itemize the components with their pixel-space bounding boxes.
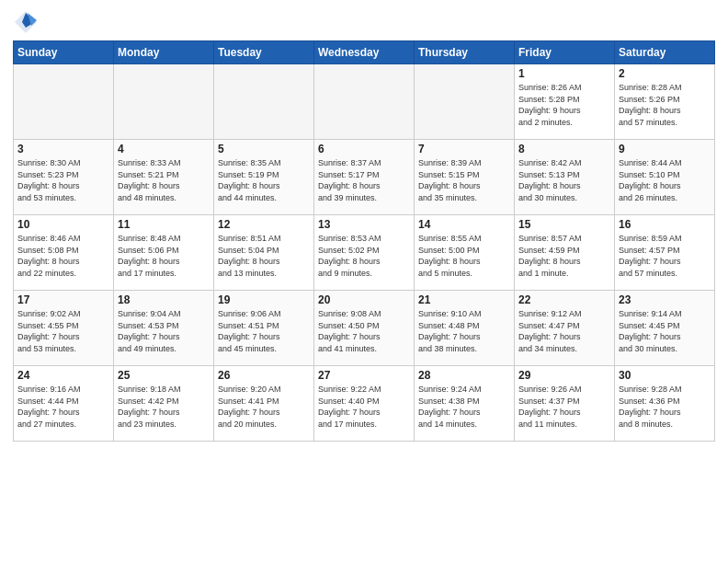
calendar-week-row: 24Sunrise: 9:16 AM Sunset: 4:44 PM Dayli… — [14, 366, 715, 442]
calendar-cell: 28Sunrise: 9:24 AM Sunset: 4:38 PM Dayli… — [415, 366, 515, 442]
calendar-cell: 4Sunrise: 8:33 AM Sunset: 5:21 PM Daylig… — [114, 140, 214, 215]
calendar-cell: 26Sunrise: 9:20 AM Sunset: 4:41 PM Dayli… — [214, 366, 314, 442]
day-number: 23 — [619, 293, 711, 306]
day-number: 2 — [619, 67, 711, 80]
calendar-cell: 2Sunrise: 8:28 AM Sunset: 5:26 PM Daylig… — [615, 64, 715, 140]
day-info: Sunrise: 9:16 AM Sunset: 4:44 PM Dayligh… — [17, 384, 109, 430]
calendar-cell — [415, 64, 515, 140]
calendar-cell — [114, 64, 214, 140]
calendar-header-tuesday: Tuesday — [214, 41, 314, 64]
day-info: Sunrise: 8:37 AM Sunset: 5:17 PM Dayligh… — [318, 157, 410, 203]
day-info: Sunrise: 9:24 AM Sunset: 4:38 PM Dayligh… — [418, 384, 510, 430]
day-number: 9 — [619, 143, 711, 155]
day-number: 7 — [418, 143, 510, 155]
calendar-cell: 23Sunrise: 9:14 AM Sunset: 4:45 PM Dayli… — [615, 291, 715, 366]
calendar-header-sunday: Sunday — [14, 41, 114, 64]
day-info: Sunrise: 8:51 AM Sunset: 5:04 PM Dayligh… — [218, 233, 310, 279]
day-number: 30 — [619, 369, 711, 382]
day-info: Sunrise: 8:59 AM Sunset: 4:57 PM Dayligh… — [619, 233, 711, 279]
day-number: 18 — [118, 293, 210, 306]
day-info: Sunrise: 9:06 AM Sunset: 4:51 PM Dayligh… — [218, 308, 310, 354]
day-info: Sunrise: 8:30 AM Sunset: 5:23 PM Dayligh… — [17, 157, 109, 203]
calendar-cell: 29Sunrise: 9:26 AM Sunset: 4:37 PM Dayli… — [515, 366, 615, 442]
day-info: Sunrise: 9:12 AM Sunset: 4:47 PM Dayligh… — [518, 308, 610, 354]
day-info: Sunrise: 8:57 AM Sunset: 4:59 PM Dayligh… — [518, 233, 610, 279]
calendar-header-friday: Friday — [515, 41, 615, 64]
day-number: 5 — [218, 143, 310, 155]
day-info: Sunrise: 9:10 AM Sunset: 4:48 PM Dayligh… — [418, 308, 510, 354]
day-number: 27 — [318, 369, 410, 382]
day-number: 17 — [17, 293, 109, 306]
calendar-cell: 16Sunrise: 8:59 AM Sunset: 4:57 PM Dayli… — [615, 215, 715, 291]
day-info: Sunrise: 9:18 AM Sunset: 4:42 PM Dayligh… — [118, 384, 210, 430]
calendar-cell: 15Sunrise: 8:57 AM Sunset: 4:59 PM Dayli… — [515, 215, 615, 291]
calendar-cell: 1Sunrise: 8:26 AM Sunset: 5:28 PM Daylig… — [515, 64, 615, 140]
calendar-header-row: SundayMondayTuesdayWednesdayThursdayFrid… — [14, 41, 715, 64]
calendar-cell: 18Sunrise: 9:04 AM Sunset: 4:53 PM Dayli… — [114, 291, 214, 366]
day-number: 26 — [218, 369, 310, 382]
day-info: Sunrise: 8:35 AM Sunset: 5:19 PM Dayligh… — [218, 157, 310, 203]
logo — [13, 9, 42, 35]
calendar-cell: 13Sunrise: 8:53 AM Sunset: 5:02 PM Dayli… — [314, 215, 415, 291]
day-info: Sunrise: 8:46 AM Sunset: 5:08 PM Dayligh… — [17, 233, 109, 279]
day-number: 10 — [17, 218, 109, 231]
day-info: Sunrise: 9:28 AM Sunset: 4:36 PM Dayligh… — [619, 384, 711, 430]
day-info: Sunrise: 8:28 AM Sunset: 5:26 PM Dayligh… — [619, 82, 711, 128]
day-number: 12 — [218, 218, 310, 231]
day-number: 8 — [518, 143, 610, 155]
calendar-cell: 12Sunrise: 8:51 AM Sunset: 5:04 PM Dayli… — [214, 215, 314, 291]
calendar-header-wednesday: Wednesday — [314, 41, 415, 64]
day-info: Sunrise: 9:02 AM Sunset: 4:55 PM Dayligh… — [17, 308, 109, 354]
calendar-cell — [214, 64, 314, 140]
calendar-header-saturday: Saturday — [615, 41, 715, 64]
calendar-cell: 7Sunrise: 8:39 AM Sunset: 5:15 PM Daylig… — [415, 140, 515, 215]
day-number: 19 — [218, 293, 310, 306]
calendar-cell — [14, 64, 114, 140]
calendar-cell: 5Sunrise: 8:35 AM Sunset: 5:19 PM Daylig… — [214, 140, 314, 215]
calendar-cell: 30Sunrise: 9:28 AM Sunset: 4:36 PM Dayli… — [615, 366, 715, 442]
day-info: Sunrise: 8:44 AM Sunset: 5:10 PM Dayligh… — [619, 157, 711, 203]
day-number: 14 — [418, 218, 510, 231]
calendar-cell: 11Sunrise: 8:48 AM Sunset: 5:06 PM Dayli… — [114, 215, 214, 291]
day-info: Sunrise: 8:55 AM Sunset: 5:00 PM Dayligh… — [418, 233, 510, 279]
calendar-cell: 6Sunrise: 8:37 AM Sunset: 5:17 PM Daylig… — [314, 140, 415, 215]
calendar-cell: 24Sunrise: 9:16 AM Sunset: 4:44 PM Dayli… — [14, 366, 114, 442]
calendar-cell: 9Sunrise: 8:44 AM Sunset: 5:10 PM Daylig… — [615, 140, 715, 215]
calendar-cell: 3Sunrise: 8:30 AM Sunset: 5:23 PM Daylig… — [14, 140, 114, 215]
calendar-cell: 10Sunrise: 8:46 AM Sunset: 5:08 PM Dayli… — [14, 215, 114, 291]
calendar-week-row: 1Sunrise: 8:26 AM Sunset: 5:28 PM Daylig… — [14, 64, 715, 140]
day-number: 1 — [518, 67, 610, 80]
day-number: 16 — [619, 218, 711, 231]
day-info: Sunrise: 9:22 AM Sunset: 4:40 PM Dayligh… — [318, 384, 410, 430]
calendar-cell — [314, 64, 415, 140]
day-info: Sunrise: 9:20 AM Sunset: 4:41 PM Dayligh… — [218, 384, 310, 430]
day-number: 25 — [118, 369, 210, 382]
calendar-cell: 27Sunrise: 9:22 AM Sunset: 4:40 PM Dayli… — [314, 366, 415, 442]
calendar-cell: 19Sunrise: 9:06 AM Sunset: 4:51 PM Dayli… — [214, 291, 314, 366]
calendar-week-row: 10Sunrise: 8:46 AM Sunset: 5:08 PM Dayli… — [14, 215, 715, 291]
calendar-cell: 22Sunrise: 9:12 AM Sunset: 4:47 PM Dayli… — [515, 291, 615, 366]
calendar-week-row: 3Sunrise: 8:30 AM Sunset: 5:23 PM Daylig… — [14, 140, 715, 215]
calendar-cell: 20Sunrise: 9:08 AM Sunset: 4:50 PM Dayli… — [314, 291, 415, 366]
calendar-cell: 8Sunrise: 8:42 AM Sunset: 5:13 PM Daylig… — [515, 140, 615, 215]
day-info: Sunrise: 8:48 AM Sunset: 5:06 PM Dayligh… — [118, 233, 210, 279]
main-container: SundayMondayTuesdayWednesdayThursdayFrid… — [0, 0, 728, 563]
calendar-table: SundayMondayTuesdayWednesdayThursdayFrid… — [13, 40, 715, 442]
day-number: 4 — [118, 143, 210, 155]
day-number: 3 — [17, 143, 109, 155]
day-number: 28 — [418, 369, 510, 382]
day-number: 24 — [17, 369, 109, 382]
calendar-cell: 21Sunrise: 9:10 AM Sunset: 4:48 PM Dayli… — [415, 291, 515, 366]
day-info: Sunrise: 9:14 AM Sunset: 4:45 PM Dayligh… — [619, 308, 711, 354]
page-header — [13, 9, 715, 35]
day-info: Sunrise: 8:53 AM Sunset: 5:02 PM Dayligh… — [318, 233, 410, 279]
calendar-cell: 25Sunrise: 9:18 AM Sunset: 4:42 PM Dayli… — [114, 366, 214, 442]
day-number: 21 — [418, 293, 510, 306]
day-number: 29 — [518, 369, 610, 382]
calendar-week-row: 17Sunrise: 9:02 AM Sunset: 4:55 PM Dayli… — [14, 291, 715, 366]
day-info: Sunrise: 8:42 AM Sunset: 5:13 PM Dayligh… — [518, 157, 610, 203]
calendar-cell: 14Sunrise: 8:55 AM Sunset: 5:00 PM Dayli… — [415, 215, 515, 291]
calendar-header-monday: Monday — [114, 41, 214, 64]
calendar-cell: 17Sunrise: 9:02 AM Sunset: 4:55 PM Dayli… — [14, 291, 114, 366]
day-number: 11 — [118, 218, 210, 231]
